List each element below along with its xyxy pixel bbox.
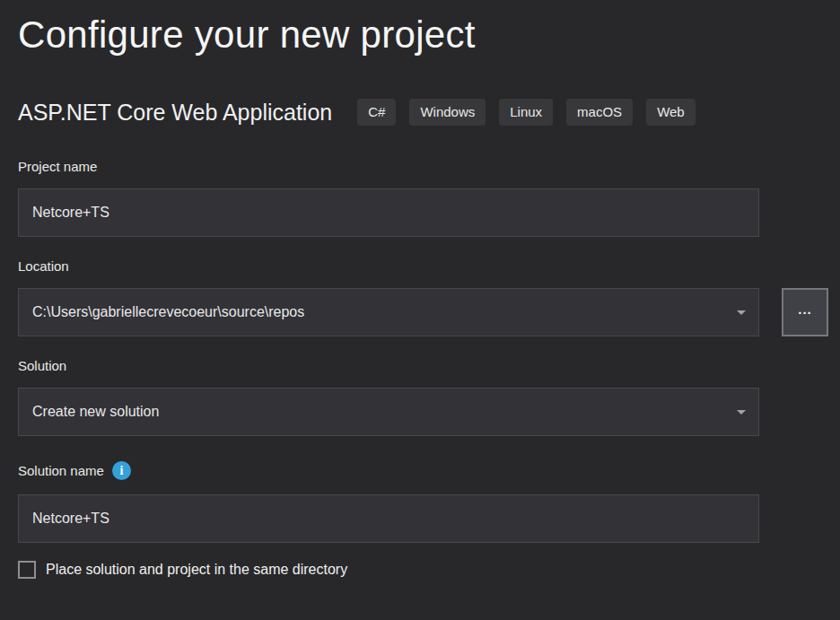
solution-name-label: Solution name: [18, 463, 104, 478]
info-icon[interactable]: i: [112, 461, 131, 480]
same-directory-label[interactable]: Place solution and project in the same d…: [46, 562, 347, 578]
solution-value: Create new solution: [32, 404, 159, 420]
template-header: ASP.NET Core Web Application C# Windows …: [18, 99, 840, 126]
solution-name-input[interactable]: [18, 494, 759, 543]
tag-csharp: C#: [357, 99, 396, 126]
project-name-input[interactable]: [18, 188, 759, 237]
configure-project-dialog: Configure your new project ASP.NET Core …: [0, 11, 840, 579]
page-title: Configure your new project: [18, 11, 840, 59]
tag-linux: Linux: [499, 99, 553, 126]
solution-label: Solution: [18, 358, 759, 373]
solution-combobox[interactable]: Create new solution: [18, 388, 759, 436]
chevron-down-icon: [737, 410, 746, 415]
template-name: ASP.NET Core Web Application: [18, 100, 332, 126]
template-tags: C# Windows Linux macOS Web: [357, 99, 696, 126]
location-label: Location: [18, 258, 759, 274]
chevron-down-icon: [737, 310, 746, 315]
tag-macos: macOS: [566, 99, 633, 126]
location-value: C:\Users\gabriellecrevecoeur\source\repo…: [32, 304, 304, 320]
same-directory-checkbox[interactable]: [18, 561, 36, 579]
location-combobox[interactable]: C:\Users\gabriellecrevecoeur\source\repo…: [18, 288, 759, 336]
browse-location-button[interactable]: ...: [782, 288, 828, 336]
tag-web: Web: [646, 99, 696, 126]
project-name-label: Project name: [18, 159, 759, 174]
location-row: C:\Users\gabriellecrevecoeur\source\repo…: [18, 288, 759, 336]
same-directory-row: Place solution and project in the same d…: [18, 561, 759, 579]
solution-name-label-row: Solution name i: [18, 461, 759, 480]
tag-windows: Windows: [409, 99, 486, 126]
project-config-form: Project name Location C:\Users\gabrielle…: [18, 159, 759, 579]
